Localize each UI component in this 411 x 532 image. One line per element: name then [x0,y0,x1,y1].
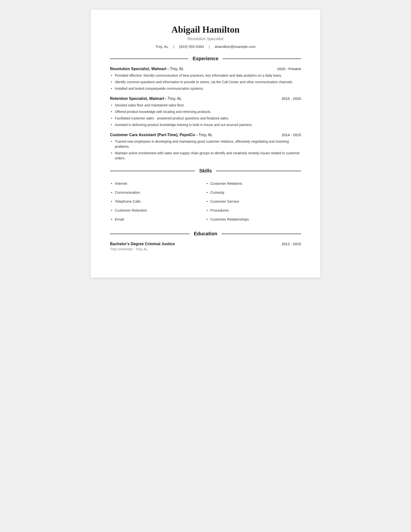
education-section-header: Education [110,231,301,237]
divider-2: | [209,45,210,49]
job-dates-1: 2020 - Present [277,67,301,71]
contact-info: Troy, AL | (610) 555-5383 | ahamilton@ex… [110,45,301,49]
job-dash-3: - [195,133,198,137]
skills-section-title: Skills [195,168,216,174]
job-bullets-1: Provided effective, friendly communicati… [110,73,301,91]
phone: (610) 555-5383 [179,45,204,49]
job-bullets-3: Trained new employees in developing and … [110,139,301,161]
skills-line-left [110,171,195,171]
bullet-1-1: Provided effective, friendly communicati… [110,73,301,78]
skill-customer-relations: Customer Relations [206,179,296,188]
bullet-2-2: Offered product knowledge with locating … [110,109,301,114]
section-line-left [110,58,188,59]
edu-header-1: Bachelor's Degree Criminal Justice 2012 … [110,242,301,246]
skill-curiosity: Curiosity [206,188,296,197]
job-dates-3: 2014 - 2015 [282,133,301,137]
edu-block-1: Bachelor's Degree Criminal Justice 2012 … [110,242,301,251]
job-block-2: Retention Specialist, Walmart - Troy, AL… [110,96,301,127]
skill-customer-relationships: Customer Relationships [206,215,296,224]
job-dash-2: - [164,96,168,101]
job-header-3: Customer Care Assistant (Part-Time), Pep… [110,133,301,137]
experience-section-title: Experience [188,56,223,61]
skills-grid: Internet Communication Telephone Calls C… [110,179,301,224]
bullet-2-1: Stocked sales floor and maintained sales… [110,103,301,108]
job-header-1: Resolution Specialist, Walmart - Troy, A… [110,67,301,71]
skills-line-right [216,171,301,171]
section-line-right [223,58,301,59]
bullet-3-1: Trained new employees in developing and … [110,139,301,149]
bullet-2-4: Assisted in delivering product knowledge… [110,122,301,127]
education-section: Education Bachelor's Degree Criminal Jus… [110,231,301,251]
bullet-3-2: Maintain active involvement with sales a… [110,151,301,161]
job-title-2: Retention Specialist, Walmart - Troy, AL [110,96,182,101]
skill-procedures: Procedures [206,206,296,215]
email: ahamilton@example.com [215,45,256,49]
job-title-1: Resolution Specialist, Walmart - Troy, A… [110,67,184,71]
edu-line-left [110,234,189,234]
resume-page: Abigail Hamilton Resolution Specialist T… [91,10,320,278]
job-block-3: Customer Care Assistant (Part-Time), Pep… [110,133,301,161]
job-bullets-2: Stocked sales floor and maintained sales… [110,103,301,127]
location: Troy, AL [155,45,168,49]
resume-header: Abigail Hamilton Resolution Specialist T… [110,24,301,49]
job-block-1: Resolution Specialist, Walmart - Troy, A… [110,67,301,91]
skill-customer-service: Customer Service [206,197,296,206]
bullet-1-3: Installed and tested companywide communi… [110,86,301,91]
edu-degree-1: Bachelor's Degree Criminal Justice [110,242,175,246]
candidate-name: Abigail Hamilton [110,24,301,35]
edu-dates-1: 2012 - 2015 [282,242,301,246]
skill-communication: Communication [110,188,201,197]
job-title-3: Customer Care Assistant (Part-Time), Pep… [110,133,213,137]
skills-section: Skills Internet Communication Telephone … [110,168,301,224]
candidate-title: Resolution Specialist [110,37,301,41]
skill-telephone-calls: Telephone Calls [110,197,201,206]
edu-school-1: Troy University - Troy, AL [110,247,301,251]
skills-left-column: Internet Communication Telephone Calls C… [110,179,206,224]
skills-section-header: Skills [110,168,301,174]
job-dash-1: - [166,67,170,71]
job-dates-2: 2015 - 2020 [282,96,301,101]
skill-internet: Internet [110,179,201,188]
experience-section-header: Experience [110,56,301,61]
skill-customer-retention: Customer Retention [110,206,201,215]
education-section-title: Education [189,231,222,237]
bullet-1-2: Identify common questions and informatio… [110,80,301,85]
skill-email: Email [110,215,201,224]
divider-1: | [173,45,174,49]
edu-line-right [222,234,301,234]
job-header-2: Retention Specialist, Walmart - Troy, AL… [110,96,301,101]
bullet-2-3: Facilitated customer sales - answered pr… [110,116,301,121]
experience-section: Experience Resolution Specialist, Walmar… [110,56,301,161]
skills-right-column: Customer Relations Curiosity Customer Se… [206,179,301,224]
